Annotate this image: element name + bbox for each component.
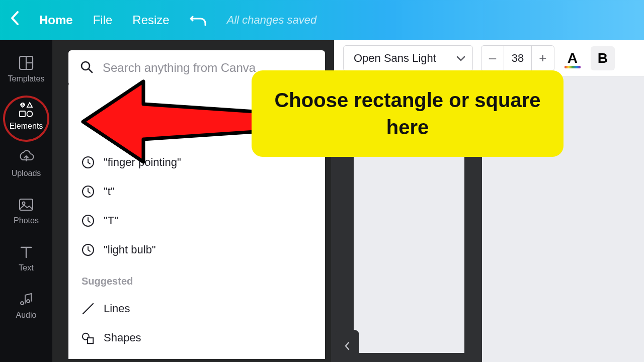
clock-icon	[82, 243, 95, 256]
sidebar-item-label: Elements	[10, 122, 43, 131]
clock-icon	[82, 214, 95, 227]
resize-menu[interactable]: Resize	[132, 13, 169, 27]
recent-label: "light bulb"	[104, 243, 156, 256]
font-family-select[interactable]: Open Sans Light	[343, 45, 473, 71]
sidebar-item-text[interactable]: Text	[0, 236, 52, 279]
color-spectrum-icon	[565, 66, 581, 68]
top-menu-bar: Home File Resize All changes saved	[0, 0, 644, 40]
svg-point-4	[27, 111, 33, 117]
sidebar-item-label: Text	[19, 263, 33, 273]
svg-line-8	[89, 69, 92, 72]
decrease-button[interactable]: –	[481, 46, 504, 71]
back-button[interactable]	[10, 11, 19, 30]
line-icon	[82, 302, 95, 315]
recent-label: "T"	[104, 214, 118, 227]
sidebar-item-label: Photos	[14, 216, 39, 225]
svg-point-6	[23, 202, 25, 205]
svg-line-13	[83, 304, 93, 314]
clock-icon	[82, 185, 95, 198]
sidebar-item-photos[interactable]: Photos	[0, 189, 52, 231]
elements-icon	[18, 102, 35, 119]
annotation-callout: Choose rectangle or square here	[252, 70, 564, 157]
font-size-stepper[interactable]: – 38 +	[481, 45, 554, 71]
clock-icon	[82, 156, 95, 169]
sidebar-item-audio[interactable]: Audio	[0, 284, 52, 320]
left-sidebar: Templates Elements Uploads	[0, 40, 52, 362]
svg-rect-15	[88, 338, 93, 343]
suggested-label: Lines	[104, 302, 130, 315]
text-icon	[18, 243, 35, 260]
svg-rect-3	[20, 111, 25, 117]
file-menu[interactable]: File	[93, 13, 113, 27]
sidebar-item-uploads[interactable]: Uploads	[0, 142, 52, 184]
home-link[interactable]: Home	[39, 13, 73, 27]
suggested-shapes[interactable]: Shapes	[82, 323, 312, 352]
increase-button[interactable]: +	[532, 46, 554, 71]
svg-rect-5	[20, 199, 33, 210]
page-expand-tab[interactable]	[335, 330, 359, 362]
sidebar-item-elements[interactable]: Elements	[0, 95, 52, 137]
font-size-value[interactable]: 38	[504, 46, 532, 71]
shapes-icon	[82, 331, 95, 344]
recent-search-item[interactable]: "t"	[82, 177, 312, 206]
sidebar-item-label: Uploads	[12, 169, 41, 178]
recent-label: "finger pointing"	[104, 156, 181, 169]
search-icon	[79, 60, 94, 76]
text-color-button[interactable]: A	[562, 50, 583, 66]
sidebar-item-templates[interactable]: Templates	[0, 47, 52, 89]
uploads-icon	[18, 149, 35, 166]
sidebar-item-label: Audio	[16, 311, 37, 320]
templates-icon	[18, 54, 35, 71]
recent-label: "t"	[104, 185, 115, 198]
font-name: Open Sans Light	[354, 52, 436, 65]
chevron-down-icon	[456, 52, 465, 65]
save-status: All changes saved	[227, 14, 317, 27]
bold-button[interactable]: B	[591, 46, 615, 70]
audio-icon	[18, 291, 35, 308]
suggested-lines[interactable]: Lines	[82, 294, 312, 323]
suggested-label: Shapes	[104, 331, 141, 344]
sidebar-item-label: Templates	[8, 74, 45, 83]
recent-search-item[interactable]: "T"	[82, 206, 312, 235]
photos-icon	[18, 196, 35, 213]
recent-search-item[interactable]: "light bulb"	[82, 235, 312, 264]
undo-button[interactable]	[190, 14, 207, 27]
suggested-heading: Suggested	[82, 264, 312, 294]
